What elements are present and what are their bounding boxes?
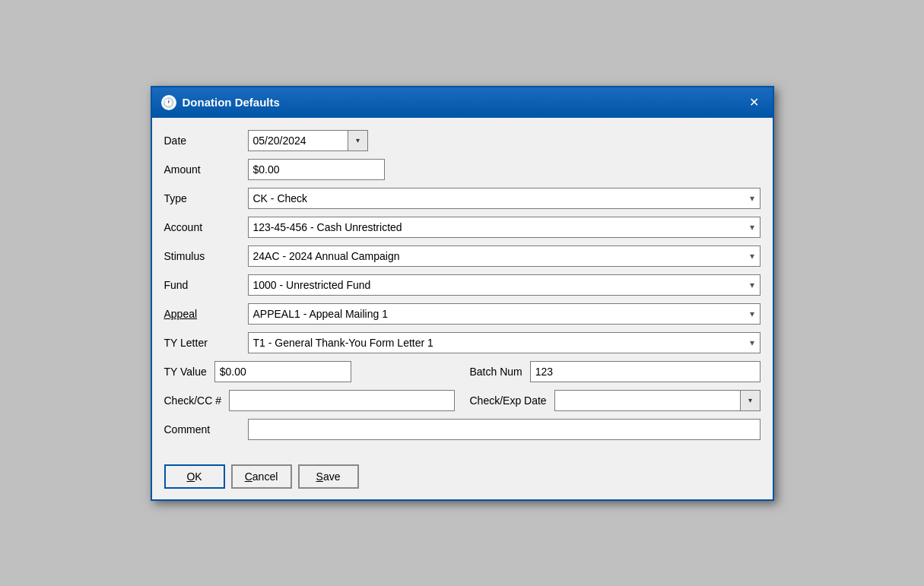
dialog-body: Date ▾ Amount Type CK - Check	[152, 118, 773, 457]
amount-input[interactable]	[248, 159, 385, 180]
fund-select-wrapper: 1000 - Unrestricted Fund	[248, 274, 760, 296]
fund-select[interactable]: 1000 - Unrestricted Fund	[248, 274, 760, 296]
type-row: Type CK - Check	[164, 188, 760, 209]
account-row: Account 123-45-456 - Cash Unrestricted	[164, 217, 760, 238]
save-label: Save	[316, 470, 341, 483]
comment-row: Comment	[164, 419, 760, 440]
close-button[interactable]: ✕	[745, 93, 764, 112]
dialog-title: Donation Defaults	[183, 96, 280, 109]
dialog-donation-defaults: 🕐 Donation Defaults ✕ Date ▾ Amount Type	[151, 86, 774, 501]
batch-num-label: Batch Num	[470, 366, 522, 378]
check-date-wrapper: ▾	[554, 390, 760, 411]
ty-value-input[interactable]	[214, 361, 351, 382]
check-cc-label: Check/CC #	[164, 394, 221, 407]
account-label: Account	[164, 221, 248, 233]
ty-letter-select[interactable]: T1 - General Thank-You Form Letter 1	[248, 332, 760, 353]
check-exp-date-input[interactable]	[555, 391, 740, 410]
check-cc-section: Check/CC #	[164, 390, 455, 411]
appeal-select[interactable]: APPEAL1 - Appeal Mailing 1	[248, 303, 760, 325]
check-date-dropdown-button[interactable]: ▾	[740, 391, 760, 410]
appeal-select-wrapper: APPEAL1 - Appeal Mailing 1	[248, 303, 760, 325]
batch-num-input[interactable]	[530, 361, 760, 382]
date-row: Date ▾	[164, 130, 760, 151]
ty-value-batch-row: TY Value Batch Num	[164, 361, 760, 382]
check-cc-input[interactable]	[229, 390, 455, 411]
clock-icon: 🕐	[161, 95, 176, 110]
title-bar: 🕐 Donation Defaults ✕	[152, 87, 773, 118]
ty-letter-select-wrapper-outer: T1 - General Thank-You Form Letter 1	[248, 332, 760, 353]
check-exp-date-label: Check/Exp Date	[470, 394, 547, 407]
date-dropdown-button[interactable]: ▾	[348, 131, 367, 150]
fund-select-wrapper-outer: 1000 - Unrestricted Fund	[248, 274, 760, 296]
date-label: Date	[164, 135, 248, 147]
account-select[interactable]: 123-45-456 - Cash Unrestricted	[248, 217, 760, 238]
title-bar-left: 🕐 Donation Defaults	[161, 95, 280, 110]
date-input[interactable]	[249, 131, 348, 150]
batch-num-section: Batch Num	[470, 361, 760, 382]
stimulus-label: Stimulus	[164, 250, 248, 262]
amount-row: Amount	[164, 159, 760, 180]
comment-label: Comment	[164, 423, 248, 436]
appeal-row: Appeal APPEAL1 - Appeal Mailing 1	[164, 303, 760, 325]
ty-value-section: TY Value	[164, 361, 455, 382]
dialog-footer: OK Cancel Save	[152, 457, 773, 499]
appeal-select-wrapper-outer: APPEAL1 - Appeal Mailing 1	[248, 303, 760, 325]
ty-letter-label: TY Letter	[164, 337, 248, 349]
type-select-wrapper: CK - Check	[248, 188, 760, 209]
type-select[interactable]: CK - Check	[248, 188, 760, 209]
account-select-wrapper-outer: 123-45-456 - Cash Unrestricted	[248, 217, 760, 238]
ty-letter-select-wrapper: T1 - General Thank-You Form Letter 1	[248, 332, 760, 353]
appeal-label: Appeal	[164, 308, 248, 320]
fund-label: Fund	[164, 279, 248, 291]
cancel-label: Cancel	[245, 470, 278, 483]
type-select-wrapper-outer: CK - Check	[248, 188, 760, 209]
ok-button[interactable]: OK	[164, 464, 225, 489]
comment-input[interactable]	[248, 419, 760, 440]
stimulus-row: Stimulus 24AC - 2024 Annual Campaign	[164, 245, 760, 267]
check-row: Check/CC # Check/Exp Date ▾	[164, 390, 760, 411]
stimulus-select-wrapper: 24AC - 2024 Annual Campaign	[248, 245, 760, 267]
check-date-section: Check/Exp Date ▾	[470, 390, 760, 411]
amount-label: Amount	[164, 163, 248, 176]
date-input-wrapper: ▾	[248, 130, 368, 151]
stimulus-select-wrapper-outer: 24AC - 2024 Annual Campaign	[248, 245, 760, 267]
stimulus-select[interactable]: 24AC - 2024 Annual Campaign	[248, 245, 760, 267]
type-label: Type	[164, 192, 248, 204]
fund-row: Fund 1000 - Unrestricted Fund	[164, 274, 760, 296]
account-select-wrapper: 123-45-456 - Cash Unrestricted	[248, 217, 760, 238]
ty-value-label: TY Value	[164, 366, 207, 378]
save-button[interactable]: Save	[298, 464, 359, 489]
ok-label: OK	[186, 470, 202, 483]
cancel-button[interactable]: Cancel	[231, 464, 292, 489]
ty-letter-row: TY Letter T1 - General Thank-You Form Le…	[164, 332, 760, 353]
